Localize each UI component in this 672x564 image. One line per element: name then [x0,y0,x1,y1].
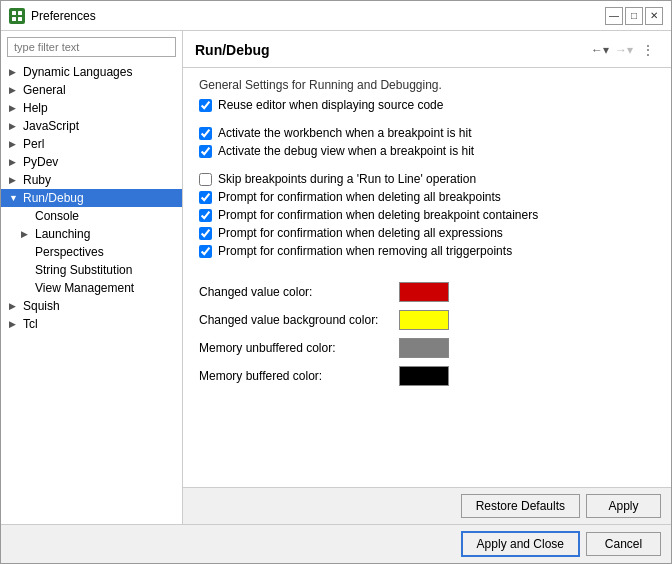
sidebar-item-console[interactable]: Console [1,207,182,225]
expand-arrow [21,265,33,275]
sidebar-item-perl[interactable]: ▶ Perl [1,135,182,153]
sidebar-item-run-debug[interactable]: ▼ Run/Debug [1,189,182,207]
svg-rect-2 [12,17,16,21]
content-title: Run/Debug [195,42,589,58]
sidebar-item-label: Tcl [23,317,38,331]
sidebar-item-label: Squish [23,299,60,313]
sidebar-item-label: Dynamic Languages [23,65,132,79]
checkbox-activate-debug-view: Activate the debug view when a breakpoin… [199,144,655,158]
checkbox-prompt-delete-breakpoints-input[interactable] [199,191,212,204]
window-title: Preferences [31,9,605,23]
sidebar-item-launching[interactable]: ▶ Launching [1,225,182,243]
expand-arrow: ▶ [9,121,21,131]
sidebar-item-javascript[interactable]: ▶ JavaScript [1,117,182,135]
forward-button[interactable]: →▾ [613,39,635,61]
expand-arrow: ▶ [9,103,21,113]
checkbox-activate-workbench: Activate the workbench when a breakpoint… [199,126,655,140]
sidebar-item-label: Launching [35,227,90,241]
expand-arrow: ▶ [9,157,21,167]
color-memory-unbuffered-swatch[interactable] [399,338,449,358]
expand-arrow [21,211,33,221]
checkbox-prompt-remove-triggerpoints-input[interactable] [199,245,212,258]
sidebar-item-label: Run/Debug [23,191,84,205]
checkbox-activate-workbench-label: Activate the workbench when a breakpoint… [218,126,471,140]
sidebar-item-label: PyDev [23,155,58,169]
bottom-actions: Apply and Close Cancel [1,524,671,563]
apply-close-button[interactable]: Apply and Close [461,531,580,557]
apply-button[interactable]: Apply [586,494,661,518]
color-memory-unbuffered: Memory unbuffered color: [199,338,655,358]
sidebar-item-squish[interactable]: ▶ Squish [1,297,182,315]
sidebar-item-perspectives[interactable]: Perspectives [1,243,182,261]
close-button[interactable]: ✕ [645,7,663,25]
more-button[interactable]: ⋮ [637,39,659,61]
sidebar-item-help[interactable]: ▶ Help [1,99,182,117]
tree: ▶ Dynamic Languages ▶ General ▶ Help ▶ J… [1,63,182,524]
cancel-button[interactable]: Cancel [586,532,661,556]
minimize-button[interactable]: — [605,7,623,25]
checkbox-prompt-delete-expressions-label: Prompt for confirmation when deleting al… [218,226,503,240]
checkbox-reuse-editor-label: Reuse editor when displaying source code [218,98,443,112]
content-header: Run/Debug ←▾ →▾ ⋮ [183,31,671,68]
content-body: General Settings for Running and Debuggi… [183,68,671,487]
back-button[interactable]: ←▾ [589,39,611,61]
toolbar-icons: ←▾ →▾ ⋮ [589,39,659,61]
main-content: ▶ Dynamic Languages ▶ General ▶ Help ▶ J… [1,31,671,524]
sidebar-item-view-management[interactable]: View Management [1,279,182,297]
expand-arrow [21,283,33,293]
color-changed-value-label: Changed value color: [199,285,399,299]
svg-rect-0 [12,11,16,15]
restore-defaults-button[interactable]: Restore Defaults [461,494,580,518]
run-debug-children: Console ▶ Launching Perspectives String … [1,207,182,297]
checkbox-activate-workbench-input[interactable] [199,127,212,140]
expand-arrow [21,247,33,257]
content-panel: Run/Debug ←▾ →▾ ⋮ General Settings for R… [183,31,671,524]
color-memory-buffered-swatch[interactable] [399,366,449,386]
sidebar-item-dynamic-languages[interactable]: ▶ Dynamic Languages [1,63,182,81]
sidebar-item-ruby[interactable]: ▶ Ruby [1,171,182,189]
window-controls: — □ ✕ [605,7,663,25]
sidebar-item-label: View Management [35,281,134,295]
color-changed-value-bg: Changed value background color: [199,310,655,330]
checkbox-reuse-editor-input[interactable] [199,99,212,112]
checkbox-activate-debug-view-input[interactable] [199,145,212,158]
svg-rect-1 [18,11,22,15]
color-changed-value: Changed value color: [199,282,655,302]
checkbox-skip-breakpoints-input[interactable] [199,173,212,186]
sidebar-item-label: Console [35,209,79,223]
color-changed-value-bg-swatch[interactable] [399,310,449,330]
checkbox-skip-breakpoints-label: Skip breakpoints during a 'Run to Line' … [218,172,476,186]
expand-arrow: ▶ [9,319,21,329]
checkbox-prompt-delete-containers-input[interactable] [199,209,212,222]
sidebar-item-pydev[interactable]: ▶ PyDev [1,153,182,171]
expand-arrow: ▶ [9,139,21,149]
checkbox-skip-breakpoints: Skip breakpoints during a 'Run to Line' … [199,172,655,186]
sidebar-item-string-substitution[interactable]: String Substitution [1,261,182,279]
expand-arrow: ▶ [9,301,21,311]
sidebar-item-label: Ruby [23,173,51,187]
sidebar-item-label: Perspectives [35,245,104,259]
maximize-button[interactable]: □ [625,7,643,25]
color-memory-buffered: Memory buffered color: [199,366,655,386]
checkbox-prompt-delete-containers-label: Prompt for confirmation when deleting br… [218,208,538,222]
sidebar-item-general[interactable]: ▶ General [1,81,182,99]
sidebar-item-label: Help [23,101,48,115]
expand-arrow: ▼ [9,193,21,203]
color-changed-value-swatch[interactable] [399,282,449,302]
expand-arrow: ▶ [9,67,21,77]
section-description: General Settings for Running and Debuggi… [199,78,655,92]
checkbox-prompt-delete-breakpoints: Prompt for confirmation when deleting al… [199,190,655,204]
color-memory-unbuffered-label: Memory unbuffered color: [199,341,399,355]
checkbox-reuse-editor: Reuse editor when displaying source code [199,98,655,112]
app-icon [9,8,25,24]
sidebar-item-label: General [23,83,66,97]
sidebar-item-label: JavaScript [23,119,79,133]
preferences-window: Preferences — □ ✕ ▶ Dynamic Languages ▶ … [0,0,672,564]
expand-arrow: ▶ [9,85,21,95]
sidebar-item-label: String Substitution [35,263,132,277]
filter-input[interactable] [7,37,176,57]
checkbox-prompt-delete-expressions: Prompt for confirmation when deleting al… [199,226,655,240]
checkbox-prompt-delete-expressions-input[interactable] [199,227,212,240]
sidebar-item-tcl[interactable]: ▶ Tcl [1,315,182,333]
title-bar: Preferences — □ ✕ [1,1,671,31]
